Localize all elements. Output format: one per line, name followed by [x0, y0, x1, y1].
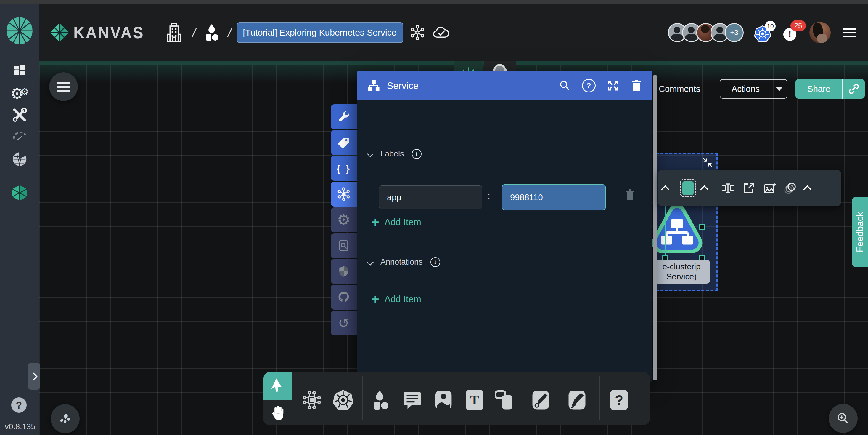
labels-section-header[interactable]: Labels i [368, 149, 422, 159]
sidebar-item-configuration[interactable] [0, 105, 39, 125]
brand-wordmark[interactable]: KANVAS [73, 23, 145, 42]
tab-history[interactable]: ↺ [331, 311, 357, 336]
sidebar-item-extensions[interactable] [0, 148, 39, 170]
annotations-info-icon[interactable]: i [430, 257, 440, 267]
gears-icon: ⚙⚙ [10, 84, 29, 102]
rectangle-tool-button[interactable] [491, 387, 516, 413]
chevron-down-icon [367, 259, 374, 265]
dropdown-caret-icon [776, 87, 783, 91]
workspace-logo[interactable] [0, 4, 39, 58]
help-glyph: ? [16, 400, 22, 411]
share-label: Share [807, 84, 830, 94]
delete-label-row-icon[interactable] [625, 189, 635, 201]
text-tool-button[interactable]: T [462, 387, 487, 413]
pan-tool-button[interactable] [264, 400, 292, 425]
main-menu-button[interactable] [842, 26, 856, 39]
sticker-tool-button[interactable] [431, 387, 456, 413]
sidebar-item-dashboard[interactable] [0, 60, 39, 81]
left-sidebar: ⚙⚙ [0, 4, 39, 435]
tab-json[interactable]: { } [331, 156, 357, 181]
collapse-section-chevron[interactable] [661, 185, 669, 193]
tag-icon [337, 136, 350, 149]
toolbar-help-button[interactable]: ? [606, 387, 632, 413]
resize-handle-right-mid[interactable] [699, 224, 705, 230]
fullscreen-icon[interactable] [607, 80, 619, 92]
plus-icon: + [372, 216, 379, 228]
gauge-icon [12, 129, 27, 141]
style-expand-chevron[interactable] [700, 185, 708, 193]
labels-add-item-button[interactable]: + Add Item [372, 216, 421, 228]
tab-configure[interactable] [331, 104, 357, 129]
open-in-new-icon[interactable] [742, 182, 755, 195]
help-tool-icon: ? [610, 390, 628, 410]
modal-title: Service [387, 80, 418, 91]
sidebar-item-lifecycle[interactable]: ⚙⚙ [0, 82, 39, 103]
delete-icon[interactable] [630, 80, 643, 92]
toolbar-divider [599, 376, 600, 420]
rename-icon[interactable] [721, 182, 735, 195]
select-tool-button[interactable] [264, 372, 292, 400]
add-image-icon[interactable] [763, 182, 776, 195]
label-value-input[interactable] [502, 184, 606, 210]
comment-tool-button[interactable] [400, 387, 425, 413]
node-label[interactable]: e-clusterip Service) [653, 260, 710, 284]
mesh-sphere-logo-icon [6, 17, 33, 45]
share-button[interactable]: Share [796, 79, 865, 99]
zoom-button[interactable] [829, 404, 858, 433]
tab-labels[interactable] [331, 130, 357, 155]
kanvas-app: ✳ Comments Actions Share [0, 0, 868, 435]
cloud-sync-icon[interactable] [433, 26, 450, 39]
help-icon[interactable]: ? [582, 79, 596, 92]
tab-github[interactable] [331, 285, 357, 310]
collaborator-avatars[interactable]: +3 [668, 23, 744, 42]
label-key-input[interactable] [379, 185, 482, 209]
braces-icon: { } [337, 163, 351, 174]
actions-dropdown-button[interactable] [772, 80, 787, 98]
canvas-menu-button[interactable] [49, 72, 78, 101]
user-avatar[interactable] [809, 22, 831, 43]
node-toolbar [658, 170, 841, 206]
designs-icon[interactable] [204, 23, 220, 42]
comments-button[interactable]: Comments [659, 84, 700, 94]
k8s-context-button[interactable]: 10 [754, 23, 773, 42]
feedback-tab[interactable]: Feedback [852, 197, 868, 267]
actions-button[interactable]: Actions [720, 79, 787, 99]
notifications-button[interactable]: ! 25 [783, 24, 799, 41]
node-style-swatch[interactable] [682, 181, 694, 195]
key-value-colon: : [488, 191, 490, 202]
layers-icon[interactable] [784, 182, 797, 195]
search-icon[interactable] [558, 80, 571, 92]
tab-security[interactable] [331, 259, 357, 284]
extra-collaborators-badge[interactable]: +3 [725, 23, 744, 42]
copy-link-button[interactable] [843, 79, 865, 99]
kubernetes-tool-button[interactable] [330, 387, 356, 413]
modal-header[interactable]: Service ? [357, 71, 652, 100]
doc-search-icon [338, 239, 350, 252]
toolbar-divider [293, 376, 293, 420]
validate-design-icon[interactable] [410, 25, 425, 40]
more-tools-chevron[interactable] [803, 185, 811, 193]
annotations-section-header[interactable]: Annotations i [368, 257, 440, 267]
layout-graph-button[interactable] [51, 404, 80, 433]
actions-label: Actions [732, 84, 760, 94]
modal-scrollbar[interactable] [653, 75, 657, 380]
shapes-tool-button[interactable] [368, 387, 394, 413]
annotations-add-item-button[interactable]: + Add Item [372, 293, 421, 305]
pen-icon [531, 390, 551, 410]
organization-icon[interactable] [166, 23, 182, 42]
sidebar-item-meshery[interactable] [0, 179, 39, 206]
tab-discover[interactable] [331, 233, 357, 258]
sidebar-expand-tab[interactable] [28, 363, 40, 390]
tab-relationships[interactable] [331, 182, 357, 206]
design-title-input[interactable] [237, 22, 403, 43]
kanvas-logo-icon[interactable] [50, 23, 69, 42]
pen-tool-button[interactable] [528, 387, 554, 413]
sidebar-help-button[interactable]: ? [11, 397, 27, 413]
collapse-node-icon[interactable] [702, 157, 713, 168]
sidebar-item-performance[interactable] [0, 125, 39, 145]
tab-settings[interactable]: ⚙ [331, 207, 357, 232]
comments-label: Comments [659, 84, 700, 94]
component-tool-button[interactable] [299, 387, 324, 413]
labels-info-icon[interactable]: i [412, 149, 422, 159]
pencil-tool-button[interactable] [564, 387, 590, 413]
